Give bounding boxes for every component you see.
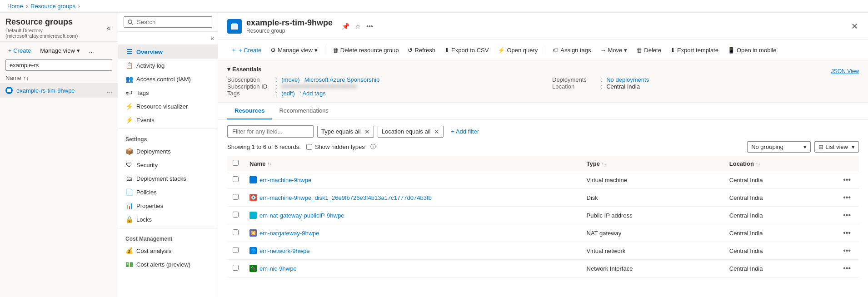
activity-log-label: Activity log [136,62,165,69]
resource-link-2[interactable]: 🌐 em-nat-gateway-publicIP-9hwpe [249,212,576,219]
sidebar-item-cost-alerts[interactable]: 💵 Cost alerts (preview) [118,257,218,271]
row-name-cell: 🌐 em-nat-gateway-publicIP-9hwpe [244,207,581,224]
toolbar-refresh-button[interactable]: ↺ Refresh [404,45,439,56]
toolbar-assign-tags-button[interactable]: 🏷 Assign tags [549,45,594,56]
toolbar-open-mobile-button[interactable]: 📱 Open in mobile [724,45,780,56]
breadcrumb-home[interactable]: Home [7,3,23,10]
sidebar-item-resource-visualizer[interactable]: ⚡ Resource visualizer [118,99,218,113]
sidebar-item-cost-analysis[interactable]: 💰 Cost analysis [118,244,218,257]
grouping-select[interactable]: No grouping ▾ [747,141,811,153]
sidebar-item-policies[interactable]: 📄 Policies [118,185,218,199]
toolbar-export-template-button[interactable]: ⬇ Export template [667,45,722,56]
sidebar-item-properties[interactable]: 📊 Properties [118,199,218,213]
resource-link-1[interactable]: 💽 em-machine-9hwpe_disk1_26e9fb726e3f4b1… [249,194,576,201]
row-menu-cell: ••• [835,189,859,207]
resource-item-menu[interactable]: ... [106,86,112,94]
deployments-row: Deployments : No deployments [552,76,859,83]
select-all-checkbox[interactable] [233,160,239,166]
breadcrumb-resource-groups[interactable]: Resource groups [30,3,75,10]
add-tags-link[interactable]: Add tags [302,90,325,97]
toolbar-manage-view-button[interactable]: ⚙ Manage view ▾ [267,45,321,56]
row-checkbox-1[interactable] [233,194,239,200]
subscription-value-link[interactable]: Microsoft Azure Sponsorship [304,76,379,83]
row-menu-button-1[interactable]: ••• [840,193,853,203]
location-filter-close[interactable]: ✕ [434,128,439,135]
sidebar-item-deployments[interactable]: 📦 Deployments [118,144,218,158]
close-button[interactable]: ✕ [850,20,859,32]
add-filter-button[interactable]: + Add filter [447,126,483,137]
toolbar-open-query-button[interactable]: ⚡ Open query [494,45,541,56]
location-sort-icon[interactable]: ↑↓ [756,161,760,166]
essentials-collapse-icon[interactable]: ▾ [227,66,230,73]
more-icon[interactable]: ••• [365,22,374,31]
left-panel-collapse-btn[interactable]: « [105,23,112,34]
deployments-value-link[interactable]: No deployments [606,76,649,83]
sidebar-item-activity-log[interactable]: 📋 Activity log [118,59,218,72]
open-mobile-icon: 📱 [728,47,735,54]
sidebar-item-locks[interactable]: 🔒 Locks [118,213,218,226]
cost-alerts-label: Cost alerts (preview) [136,261,190,268]
row-menu-button-4[interactable]: ••• [840,246,853,256]
manage-view-button[interactable]: Manage view ▾ [37,45,83,56]
toolbar-delete-rg-button[interactable]: 🗑 Delete resource group [329,45,403,56]
sidebar-search-input[interactable] [124,16,212,28]
row-menu-button-0[interactable]: ••• [840,175,853,185]
assign-tags-label: Assign tags [560,47,591,54]
resource-name-3: em-natgateway-9hwpe [259,230,319,237]
row-checkbox-4[interactable] [233,247,239,253]
favorite-icon[interactable]: ☆ [354,22,362,31]
row-checkbox-3[interactable] [233,229,239,235]
location-col-header: Location ↑↓ [724,156,835,171]
refresh-label: Refresh [414,47,435,54]
row-name-cell: 🌐 em-network-9hwpe [244,242,581,260]
tags-edit-link[interactable]: (edit) [281,90,295,97]
info-icon[interactable]: ⓘ [370,143,376,151]
resource-link-4[interactable]: 🌐 em-network-9hwpe [249,247,576,254]
show-hidden-label[interactable]: Show hidden types [306,144,365,150]
name-sort-icon[interactable]: ↑↓ [23,74,29,81]
toolbar-move-button[interactable]: → Move ▾ [597,45,631,56]
row-checkbox-5[interactable] [233,265,239,271]
row-checkbox-2[interactable] [233,212,239,218]
sidebar-item-deployment-stacks[interactable]: 🗂 Deployment stacks [118,172,218,185]
resource-link-0[interactable]: 🖥 em-machine-9hwpe [249,176,576,183]
toolbar-delete-button[interactable]: 🗑 Delete [633,45,665,56]
show-hidden-checkbox[interactable] [306,144,312,150]
main-layout: Resource groups Default Directory (micro… [0,13,868,297]
sidebar-item-security[interactable]: 🛡 Security [118,158,218,172]
row-menu-button-5[interactable]: ••• [840,263,853,273]
row-menu-button-3[interactable]: ••• [840,228,853,238]
view-select[interactable]: ⊞ List view ▾ [814,141,859,153]
sidebar-item-tags[interactable]: 🏷 Tags [118,86,218,99]
row-checkbox-0[interactable] [233,176,239,182]
field-filter-input[interactable] [227,125,314,138]
resource-item-icon [5,87,13,94]
toolbar-create-button[interactable]: ＋ + Create [227,44,265,56]
row-menu-button-2[interactable]: ••• [840,210,853,220]
resource-link-5[interactable]: 🔌 em-nic-9hwpe [249,265,576,272]
create-button[interactable]: + Create [5,45,34,56]
pin-icon[interactable]: 📌 [341,22,350,31]
row-name-cell: 🔀 em-natgateway-9hwpe [244,224,581,242]
tab-resources[interactable]: Resources [227,103,272,119]
sidebar-collapse-btn[interactable]: « [209,33,216,44]
name-sort-icon[interactable]: ↑↓ [267,161,272,166]
type-filter-close[interactable]: ✕ [364,128,370,135]
json-view-button[interactable]: JSON View [831,68,859,74]
type-sort-icon[interactable]: ↑↓ [602,161,606,166]
row-checkbox-cell [227,242,244,260]
sidebar-item-access-control[interactable]: 👥 Access control (IAM) [118,72,218,86]
resource-link-3[interactable]: 🔀 em-natgateway-9hwpe [249,229,576,237]
tab-recommendations[interactable]: Recommendations [272,103,335,119]
resource-item[interactable]: example-rs-tim-9hwpe ... [0,84,118,98]
sidebar-item-events[interactable]: ⚡ Events [118,113,218,127]
more-actions-button[interactable]: ... [86,45,97,56]
manage-view-chevron-icon: ▾ [77,47,80,54]
left-search-input[interactable] [5,59,112,71]
subscription-move-link[interactable]: (move) [281,76,299,83]
create-label: + Create [239,47,261,54]
sidebar-item-overview[interactable]: ☰ Overview [118,45,218,59]
resource-visualizer-icon: ⚡ [125,103,133,110]
toolbar-export-csv-button[interactable]: ⬇ Export to CSV [441,45,492,56]
row-checkbox-cell [227,224,244,242]
